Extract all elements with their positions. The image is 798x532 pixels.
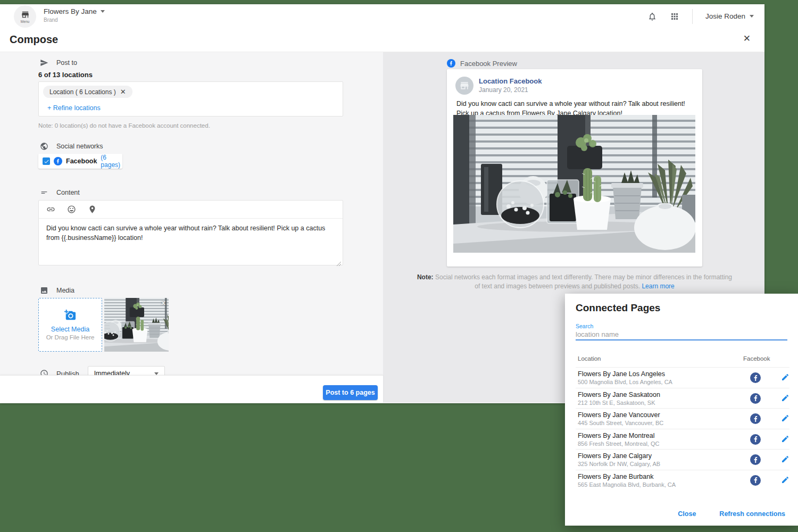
compose-header: Compose ✕ <box>0 28 764 52</box>
facebook-checkbox[interactable] <box>43 157 50 165</box>
store-icon <box>21 10 30 19</box>
check-icon <box>44 159 49 164</box>
close-button[interactable]: Close <box>678 510 696 518</box>
menu-button[interactable]: Menu <box>14 5 36 28</box>
table-row: Flowers By Jane Calgary 325 Norfolk Dr N… <box>576 449 789 470</box>
column-facebook: Facebook <box>743 355 770 362</box>
select-media-label: Select Media <box>51 326 89 333</box>
image-icon <box>40 286 48 295</box>
location-name: Flowers By Jane Burbank <box>578 473 653 480</box>
desktop-background: Menu Flowers By Jane Brand Josie Roden <box>0 0 798 532</box>
remove-media-icon[interactable]: ✕ <box>161 300 166 307</box>
preview-page-name: Location Facebook <box>479 77 542 85</box>
user-menu[interactable]: Josie Roden <box>705 12 754 20</box>
avatar <box>455 77 473 95</box>
close-icon[interactable]: ✕ <box>743 34 751 43</box>
facebook-icon <box>750 372 761 383</box>
facebook-icon <box>750 393 761 404</box>
location-address: 565 East Magnolia Blvd, Burbank, CA <box>578 481 676 488</box>
page-title: Compose <box>10 34 58 46</box>
add-photo-icon <box>64 309 77 321</box>
notifications-bell-icon[interactable] <box>647 12 657 21</box>
refine-locations-link[interactable]: + Refine locations <box>47 104 101 112</box>
post-to-label: Post to <box>56 59 77 66</box>
table-row: Flowers By Jane Los Angeles 500 Magnolia… <box>576 367 789 388</box>
learn-more-link[interactable]: Learn more <box>642 282 674 290</box>
apps-grid-icon[interactable] <box>670 12 679 21</box>
globe-icon <box>40 142 48 151</box>
chevron-down-icon <box>750 15 754 18</box>
top-bar: Menu Flowers By Jane Brand Josie Roden <box>0 4 764 28</box>
location-address: 856 Fresh Street, Montreal, QC <box>578 440 659 447</box>
location-pin-icon[interactable] <box>88 205 97 214</box>
content-section-header: Content <box>38 188 343 197</box>
post-text-input[interactable]: Did you know cacti can survive a whole y… <box>39 219 343 247</box>
social-networks-section-header: Social networks <box>38 142 343 151</box>
media-thumbnail[interactable]: ✕ <box>104 298 169 352</box>
preview-header: Facebook Preview <box>447 59 517 68</box>
brand-selector[interactable]: Flowers By Jane Brand <box>44 7 105 23</box>
location-name: Flowers By Jane Saskatoon <box>578 391 660 398</box>
preview-disclaimer: Note: Social networks each format images… <box>415 273 734 292</box>
note-label: Note: <box>417 273 434 281</box>
refresh-connections-button[interactable]: Refresh connections <box>719 510 785 518</box>
locations-note: Note: 0 location(s) do not have a Facebo… <box>38 122 343 129</box>
select-media-dropzone[interactable]: Select Media Or Drag File Here <box>38 298 102 352</box>
facebook-pages-link[interactable]: (6 pages) <box>101 154 120 169</box>
store-icon <box>459 80 470 91</box>
edit-pencil-icon[interactable] <box>781 476 789 486</box>
location-name: Flowers By Jane Montreal <box>578 432 655 439</box>
preview-title: Facebook Preview <box>460 60 517 68</box>
drag-file-label: Or Drag File Here <box>46 334 95 340</box>
location-name: Flowers By Jane Vancouver <box>578 411 660 419</box>
plants-photo <box>453 115 695 253</box>
location-chip[interactable]: Location ( 6 Locations ) ✕ <box>43 86 132 98</box>
location-address: 212 10th St E, Saskatoon, SK <box>578 400 655 406</box>
chevron-down-icon <box>101 10 105 13</box>
locations-box: Location ( 6 Locations ) ✕ + Refine loca… <box>38 81 343 117</box>
send-icon <box>40 59 48 67</box>
topbar-divider <box>692 9 693 24</box>
link-icon[interactable] <box>46 205 55 214</box>
facebook-icon <box>447 59 455 68</box>
user-name: Josie Roden <box>705 12 745 20</box>
note-text: Social networks each format images and t… <box>435 273 732 290</box>
preview-post-date: January 20, 2021 <box>479 86 528 94</box>
location-name: Flowers By Jane Calgary <box>578 452 652 460</box>
post-button[interactable]: Post to 6 pages <box>323 385 378 400</box>
content-editor: Did you know cacti can survive a whole y… <box>38 200 343 265</box>
short-text-icon <box>40 188 48 197</box>
modal-title: Connected Pages <box>576 302 660 314</box>
chip-remove-icon[interactable]: ✕ <box>120 88 126 96</box>
compose-form-panel: Post to 6 of 13 locations Location ( 6 L… <box>0 52 383 403</box>
post-to-section-header: Post to <box>38 59 343 67</box>
location-address: 325 Norfolk Dr NW, Calgary, AB <box>578 461 660 467</box>
emoji-icon[interactable] <box>67 205 76 214</box>
search-input[interactable] <box>576 329 787 340</box>
edit-pencil-icon[interactable] <box>781 455 789 466</box>
locations-count: 6 of 13 locations <box>38 71 343 79</box>
brand-type-label: Brand <box>44 17 105 23</box>
facebook-icon <box>750 413 761 424</box>
facebook-network-label: Facebook <box>66 157 97 165</box>
facebook-preview-card: Location Facebook January 20, 2021 Did y… <box>447 69 702 267</box>
resize-handle-icon[interactable] <box>336 259 341 263</box>
facebook-icon <box>750 475 761 486</box>
column-location: Location <box>578 355 601 362</box>
content-label: Content <box>56 189 80 196</box>
edit-pencil-icon[interactable] <box>781 394 789 404</box>
location-name: Flowers By Jane Los Angeles <box>578 370 665 378</box>
connected-pages-modal: Connected Pages Search Location Facebook… <box>565 294 798 526</box>
content-toolbar <box>39 201 343 219</box>
connected-pages-list: Flowers By Jane Los Angeles 500 Magnolia… <box>576 367 789 490</box>
brand-name: Flowers By Jane <box>44 7 97 15</box>
location-address: 445 South Street, Vancouver, BC <box>578 420 663 426</box>
facebook-network-card: Facebook (6 pages) <box>38 154 122 169</box>
edit-pencil-icon[interactable] <box>781 435 789 445</box>
edit-pencil-icon[interactable] <box>781 373 789 384</box>
facebook-icon <box>750 434 761 445</box>
plants-photo-thumbnail <box>104 298 169 352</box>
edit-pencil-icon[interactable] <box>781 414 789 425</box>
facebook-icon <box>54 157 62 165</box>
table-row: Flowers By Jane Montreal 856 Fresh Stree… <box>576 429 789 450</box>
